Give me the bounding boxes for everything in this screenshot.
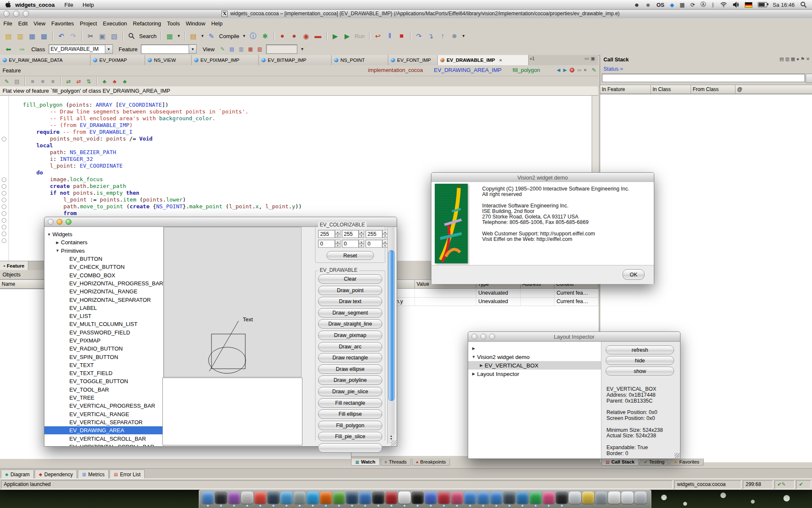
tree-item-ev_horizontal_range[interactable]: EV_HORIZONTAL_RANGE	[44, 287, 163, 295]
wifi-icon[interactable]	[720, 1, 727, 8]
button-partial[interactable]	[318, 443, 382, 453]
apple-menu-icon[interactable]	[5, 1, 11, 8]
input-language-flag-icon[interactable]	[745, 2, 752, 8]
dropdown-caret-icon[interactable]: ▼	[200, 34, 204, 38]
tree-item-ev_tool_bar[interactable]: EV_TOOL_BAR	[44, 386, 163, 394]
tab-ev_bitmap_imp[interactable]: EV_BITMAP_IMP	[259, 55, 332, 65]
dock-icon-29[interactable]	[569, 491, 581, 504]
view-edit-icon[interactable]: ✎	[218, 45, 227, 53]
tree-item-ev_drawing_area[interactable]: EV_DRAWING_AREA	[44, 426, 163, 434]
redo-icon[interactable]: ↷	[68, 30, 79, 41]
dock-icon-32[interactable]	[608, 491, 620, 504]
dock-icon-34[interactable]	[634, 491, 647, 504]
button-clear[interactable]: Clear	[318, 274, 382, 284]
inspector-item-blank[interactable]: ▶	[468, 344, 601, 353]
address-icon-2[interactable]: ≡	[38, 77, 47, 86]
button-draw_pixmap[interactable]: Draw_pixmap	[318, 331, 382, 340]
swap-icon-1[interactable]: ⇄	[64, 77, 73, 86]
dock-icon-2[interactable]	[215, 491, 227, 504]
breakpoint-slot-icon[interactable]	[2, 177, 6, 182]
tab-threads[interactable]: ≡Threads	[381, 458, 411, 466]
dock-icon-1[interactable]	[202, 491, 214, 504]
callstack-col-@[interactable]: @	[735, 85, 812, 94]
panel-icon-5[interactable]: ⚑	[801, 56, 805, 62]
dock-icon-31[interactable]	[595, 491, 607, 504]
dock-icon-16[interactable]	[398, 491, 411, 504]
mac-menu-file[interactable]: File	[64, 2, 73, 8]
tab-ev_drawable_imp[interactable]: EV_DRAWABLE_IMP✕	[438, 55, 529, 65]
inspector-item-vision2-widget-demo[interactable]: ▼Vision2 widget demo	[468, 353, 601, 361]
dock-icon-9[interactable]	[307, 491, 319, 504]
sync-icon[interactable]: ⟳	[690, 2, 695, 8]
class-tool-icon[interactable]: ▦	[164, 30, 175, 41]
panel-icon-3[interactable]: ▦	[791, 56, 795, 62]
dock-icon-24[interactable]	[503, 491, 516, 504]
keyboard-viewer-icon[interactable]: ▦	[680, 2, 685, 8]
button-draw_pie_slice[interactable]: Draw_pie_slice	[318, 387, 382, 396]
tab-overflow-indicator[interactable]: »1	[529, 56, 535, 61]
group-icon-3[interactable]: ♣	[120, 77, 129, 86]
inspector-resize-grip[interactable]	[675, 453, 680, 458]
compile-icon[interactable]: ✎	[206, 30, 217, 41]
pin-icon[interactable]	[570, 68, 574, 72]
bluetooth-icon[interactable]: ᛒ	[711, 2, 715, 8]
button-draw-text[interactable]: Draw text	[318, 297, 382, 306]
panel-icon-4[interactable]: ●	[796, 56, 799, 62]
feature-combobox[interactable]: ▼	[141, 44, 197, 54]
tree-item-ev_check_button[interactable]: EV_CHECK_BUTTON	[44, 263, 163, 271]
menu-view[interactable]: View	[33, 20, 45, 27]
back-icon[interactable]: ⬅	[3, 44, 14, 55]
breadcrumb-class[interactable]: EV_DRAWING_AREA_IMP	[434, 67, 502, 73]
stepper-up-icon[interactable]: ▲	[335, 230, 340, 234]
view-caret-icon[interactable]: ▼	[300, 47, 304, 51]
tree-item-primitives[interactable]: ▼Primitives	[44, 247, 163, 255]
breakpoint-slot-icon[interactable]	[2, 232, 6, 236]
color-bottom-field-2[interactable]: 0	[342, 240, 359, 248]
dock-icon-23[interactable]	[490, 491, 502, 504]
dock-icon-14[interactable]	[372, 491, 384, 504]
mac-menu-help[interactable]: Help	[82, 2, 94, 8]
button-draw_straight_line[interactable]: Draw_straight_line	[318, 319, 382, 329]
tree-item-ev_text[interactable]: EV_TEXT	[44, 361, 163, 369]
tree-item-ev_combo_box[interactable]: EV_COMBO_BOX	[44, 271, 163, 279]
inspector-item-ev_vertical_box[interactable]: ▶EV_VERTICAL_BOX	[468, 361, 601, 370]
tree-item-ev_tree[interactable]: EV_TREE	[44, 394, 163, 402]
menu-favorites[interactable]: Favorites	[51, 20, 74, 27]
menu-refactoring[interactable]: Refactoring	[133, 20, 161, 27]
forward-icon[interactable]: ➡	[16, 44, 27, 55]
call-stack-field-button[interactable]	[806, 74, 812, 83]
lastfm-icon[interactable]: OS	[656, 2, 664, 8]
about-titlebar[interactable]: Vision2 widget demo	[431, 173, 654, 182]
menu-edit[interactable]: Edit	[18, 20, 27, 27]
tree-item-ev_button[interactable]: EV_BUTTON	[44, 255, 163, 263]
edit-pane-icon[interactable]: ✎	[592, 67, 596, 73]
reset-button[interactable]: Reset	[326, 251, 374, 260]
demo-lower-panel[interactable]	[162, 378, 302, 445]
dock-icon-15[interactable]	[385, 491, 398, 504]
status-link[interactable]: Status =	[604, 66, 623, 72]
panel-icon-6[interactable]: ✕	[806, 56, 810, 62]
button-fill_pie_slice[interactable]: Fill_pie_slice	[318, 432, 382, 441]
step-out-icon[interactable]: ↑	[437, 30, 448, 41]
dock-icon-5[interactable]	[254, 491, 266, 504]
inspector-close-button[interactable]	[472, 334, 477, 340]
menu-window[interactable]: Window	[186, 20, 205, 27]
call-stack-filter-field[interactable]	[602, 74, 805, 82]
run-icon[interactable]: ▶	[342, 30, 353, 41]
inspector-titlebar[interactable]: Layout Inspector	[468, 332, 680, 342]
dock-icon-33[interactable]	[621, 491, 634, 504]
restart-icon[interactable]: ↩	[373, 30, 384, 41]
breakpoint-slot-icon[interactable]	[2, 137, 6, 141]
button-draw-rectangle[interactable]: Draw rectangle	[318, 353, 382, 362]
tab-favorites[interactable]: ★Favorites	[669, 458, 703, 466]
tree-item-ev_horizontal_progress_bar[interactable]: EV_HORIZONTAL_PROGRESS_BAR	[44, 279, 163, 287]
dock-icon-6[interactable]	[267, 491, 280, 504]
ignore-breakpoints-icon[interactable]: ☻	[449, 30, 460, 41]
dock-icon-27[interactable]	[543, 491, 555, 504]
dock-icon-11[interactable]	[333, 491, 345, 504]
color-top-stepper-1[interactable]: ▲▼	[335, 230, 340, 238]
button-refresh[interactable]: refresh	[606, 345, 674, 354]
pause-icon[interactable]: ‖	[384, 30, 395, 41]
battery-icon[interactable]	[758, 2, 767, 7]
tab-call-stack[interactable]: ▤Call Stack	[601, 458, 639, 466]
